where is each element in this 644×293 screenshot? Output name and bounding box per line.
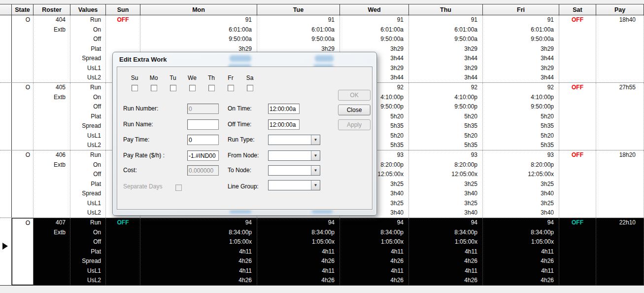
state-cell[interactable]: O [12,15,34,82]
state-cell[interactable]: O [12,83,34,150]
wed-value: 9:50:00a [340,35,408,44]
pay-rate-input[interactable] [187,150,219,161]
close-button[interactable]: Close [338,105,371,115]
day-th-checkbox[interactable] [208,85,215,91]
run-name-input[interactable] [187,119,219,130]
fri-cell[interactable]: 938:20:00p12:05:00x3h253h403h253h40 [483,150,559,218]
day-tu-checkbox[interactable] [170,85,176,91]
sat-cell[interactable]: OFF [559,15,596,82]
values-cell[interactable]: RunOnOffPlatSpreadUsL1UsL2 [70,83,106,150]
state-cell[interactable]: O [12,218,34,285]
sat-cell[interactable]: OFF [559,83,596,150]
roster-value: 407 [34,218,70,228]
values-value: On [70,93,105,103]
fri-value: 8:20:00p [483,160,559,170]
mon-value: 4h26 [140,276,257,285]
thu-cell[interactable]: 948:34:00p1:05:00x4h114h264h114h26 [409,218,483,285]
thu-value: 6:01:00a [409,25,482,35]
edit-extra-work-dialog: Edit Extra Work SuMoTuWeThFrSa Run Numbe… [112,52,377,216]
fri-cell[interactable]: 924:10:00p9:50:00p5h205h355h205h35 [483,83,559,150]
mon-value: 94 [140,218,257,228]
values-value: Spread [70,121,105,131]
column-header-sun: Sun [106,4,140,15]
apply-button[interactable]: Apply [338,119,371,130]
mon-value: 91 [140,15,257,25]
fri-cell[interactable]: 948:34:00p1:05:00x4h114h264h114h26 [483,218,559,285]
day-label-su: Su [127,74,142,81]
thu-cell[interactable]: 924:10:00p9:50:00p5h205h355h205h35 [409,83,483,150]
thu-value: 9:50:00a [409,35,482,44]
roster-cell[interactable]: 406Extb [34,150,70,218]
dialog-title: Edit Extra Work [119,56,167,63]
roster-cell[interactable]: 404Extb [34,15,70,82]
sat-cell[interactable]: OFF [559,150,596,218]
day-fr-checkbox[interactable] [228,85,234,91]
dropdown-arrow-icon[interactable]: ▼ [311,166,320,175]
sun-value: OFF [106,15,140,25]
tue-value: 9:50:00a [257,35,339,44]
line-group-label: Line Group: [228,182,259,192]
fri-cell[interactable]: 916:01:00a9:50:00a3h293h443h293h44 [483,15,559,82]
cost-input [187,165,219,176]
sat-cell[interactable]: OFF [559,218,596,285]
tue-value: 4h26 [257,276,339,285]
off-time-input[interactable] [268,119,300,130]
dropdown-arrow-icon[interactable]: ▼ [311,181,320,190]
thu-value: 4h11 [409,247,482,257]
roster-cell[interactable]: 407Extb [34,218,70,285]
fri-value: 1:05:00x [483,237,559,247]
values-value: UsL2 [70,276,105,285]
thu-value: 94 [409,218,482,228]
day-mo-checkbox[interactable] [151,85,157,91]
thu-cell[interactable]: 938:20:00p12:05:00x3h253h403h253h40 [409,150,483,218]
column-header-sat: Sat [559,4,596,15]
column-header-values: Values [70,4,106,15]
thu-cell[interactable]: 916:01:00a9:50:00a3h293h443h293h44 [409,15,483,82]
sun-cell[interactable]: OFF [106,218,140,285]
indicator-cell [0,15,12,82]
roster-cell[interactable]: 405Extb [34,83,70,150]
sun-value: OFF [106,218,140,228]
roster-value: 405 [34,83,70,93]
values-cell[interactable]: RunOnOffPlatSpreadUsL1UsL2 [70,218,106,285]
values-cell[interactable]: RunOnOffPlatSpreadUsL1UsL2 [70,15,106,82]
day-sa-checkbox[interactable] [247,85,253,91]
state-value: O [12,83,33,93]
ok-button[interactable]: OK [338,90,371,101]
tue-value: 91 [257,15,339,25]
tue-value: 1:05:00x [257,237,339,247]
pay-time-input[interactable] [187,135,219,145]
pay-cell[interactable]: 27h55 [596,83,644,150]
day-su-checkbox[interactable] [132,85,138,91]
line-group-dropdown[interactable]: ▼ [268,180,320,190]
column-header-tue: Tue [257,4,340,15]
wed-value: 4h26 [340,256,408,266]
fri-value: 4h11 [483,247,559,257]
tue-cell[interactable]: 948:34:00p1:05:00x4h114h264h114h26 [257,218,340,285]
values-value: Plat [70,180,105,189]
pay-cell[interactable]: 22h10 [596,218,644,285]
to-node-dropdown[interactable]: ▼ [268,165,320,176]
pay-value: 18h20 [596,150,644,160]
day-label-mo: Mo [146,74,161,81]
from-node-dropdown[interactable]: ▼ [268,150,320,161]
mon-cell[interactable]: 948:34:00p1:05:00x4h114h264h114h26 [140,218,257,285]
values-value: Spread [70,189,105,199]
run-type-dropdown[interactable]: ▼ [268,135,320,145]
wed-cell[interactable]: 948:34:00p1:05:00x4h114h264h114h26 [340,218,409,285]
values-value: UsL1 [70,64,105,73]
day-we-checkbox[interactable] [189,85,196,91]
values-cell[interactable]: RunOnOffPlatSpreadUsL1UsL2 [70,150,106,218]
roster-value: Extb [34,228,70,238]
mon-value: 4h11 [140,247,257,257]
dropdown-arrow-icon[interactable]: ▼ [311,151,320,160]
pay-cell[interactable]: 18h40 [596,15,644,82]
pay-cell[interactable]: 18h20 [596,150,644,218]
fri-value: 4:10:00p [483,93,559,103]
state-cell[interactable]: O [12,150,34,218]
fri-value: 3h40 [483,208,559,218]
wed-value: 94 [340,218,408,228]
wed-value: 4h11 [340,266,408,276]
dropdown-arrow-icon[interactable]: ▼ [311,135,320,145]
on-time-input[interactable] [268,104,300,114]
